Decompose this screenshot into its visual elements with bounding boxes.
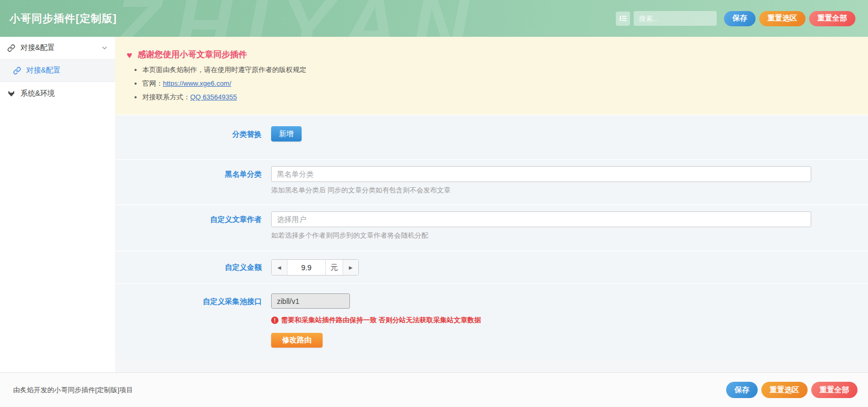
custom-author-input[interactable]	[271, 211, 811, 227]
field-label: 自定义文章作者	[115, 211, 271, 251]
row-blacklist-category: 黑名单分类 添加黑名单分类后 同步的文章分类如有包含则不会发布文章	[115, 159, 868, 205]
amount-stepper: ◀ 元 ▶	[271, 259, 359, 276]
header: ZHIYAN 小哥同步插件[定制版] 保存 重置选区 重置全部	[0, 0, 868, 37]
notice-item: 官网：https://www.xge6.com/	[142, 79, 852, 88]
row-custom-author: 自定义文章作者 如若选择多个作者则同步到的文章作者将会随机分配	[115, 205, 868, 251]
api-warning-text: 需要和采集站插件路由保持一致 否则分站无法获取采集站文章数据	[281, 316, 481, 325]
info-icon: !	[271, 317, 278, 324]
settings-form: 分类替换 新增 黑名单分类 添加黑名单分类后 同步的文章分类如有包含则不会发布文…	[115, 115, 868, 360]
header-watermark: ZHIYAN	[113, 0, 482, 37]
collapse-sidebar-button[interactable]	[616, 12, 630, 26]
amount-increase-button[interactable]: ▶	[343, 260, 358, 275]
api-warning: ! 需要和采集站插件路由保持一致 否则分站无法获取采集站文章数据	[271, 316, 811, 325]
field-label: 自定义采集池接口	[115, 293, 271, 360]
main-area: 对接&配置 对接&配置	[0, 37, 868, 372]
row-collection-api: 自定义采集池接口 ! 需要和采集站插件路由保持一致 否则分站无法获取采集站文章数…	[115, 283, 868, 360]
save-button[interactable]: 保存	[726, 382, 758, 398]
amount-decrease-button[interactable]: ◀	[272, 260, 287, 275]
qq-contact-link[interactable]: QQ 635649355	[190, 93, 237, 101]
field-label: 分类替换	[115, 126, 271, 159]
reset-all-button[interactable]: 重置全部	[809, 11, 855, 26]
notice-title: 感谢您使用小哥文章同步插件	[138, 49, 247, 60]
amount-input[interactable]	[287, 260, 325, 275]
notice-item: 本页面由炙焰制作，请在使用时遵守原作者的版权规定	[142, 65, 852, 74]
field-label: 自定义金额	[115, 259, 271, 283]
save-button[interactable]: 保存	[724, 11, 756, 26]
notice-text: 对接联系方式：	[142, 93, 190, 101]
row-category-replace: 分类替换 新增	[115, 115, 868, 159]
notice-item: 对接联系方式：QQ 635649355	[142, 93, 852, 101]
field-hint: 如若选择多个作者则同步到的文章作者将会随机分配	[271, 231, 811, 239]
search-input[interactable]	[634, 11, 717, 26]
row-custom-amount: 自定义金额 ◀ 元 ▶	[115, 251, 868, 283]
sidebar-subitem-connect-config-active[interactable]: 对接&配置	[0, 59, 115, 82]
content-panel: ♥ 感谢您使用小哥文章同步插件 本页面由炙焰制作，请在使用时遵守原作者的版权规定…	[115, 37, 868, 372]
left-arrow-icon: ◀	[277, 265, 281, 270]
footer-toolbar: 保存 重置选区 重置全部	[719, 382, 857, 398]
chevron-down-icon	[101, 45, 108, 51]
sidebar-item-label: 对接&配置	[20, 43, 55, 53]
reset-all-button[interactable]: 重置全部	[811, 382, 857, 398]
notice-text: 本页面由炙焰制作，请在使用时遵守原作者的版权规定	[142, 66, 306, 74]
field-label: 黑名单分类	[115, 166, 271, 205]
link-icon	[7, 44, 15, 52]
footer: 由炙焰开发的小哥同步插件[定制版]项目 保存 重置选区 重置全部	[0, 372, 868, 407]
collection-api-input	[271, 293, 350, 309]
official-site-link[interactable]: https://www.xge6.com/	[163, 79, 231, 87]
notice-panel: ♥ 感谢您使用小哥文章同步插件 本页面由炙焰制作，请在使用时遵守原作者的版权规定…	[115, 37, 868, 115]
reset-selection-button[interactable]: 重置选区	[761, 382, 808, 398]
blacklist-category-input[interactable]	[271, 166, 811, 182]
notice-list: 本页面由炙焰制作，请在使用时遵守原作者的版权规定 官网：https://www.…	[142, 65, 852, 101]
sidebar-item-connect-config[interactable]: 对接&配置	[0, 37, 115, 59]
notice-text: 官网：	[142, 79, 163, 87]
add-category-replace-button[interactable]: 新增	[271, 126, 302, 141]
notice-title-row: ♥ 感谢您使用小哥文章同步插件	[127, 49, 852, 60]
heart-icon: ♥	[127, 50, 132, 60]
footer-text: 由炙焰开发的小哥同步插件[定制版]项目	[13, 385, 133, 395]
sidebar-item-label: 系统&环境	[20, 89, 55, 98]
sidebar-item-label: 对接&配置	[26, 66, 60, 75]
amount-unit: 元	[325, 260, 343, 275]
header-toolbar: 保存 重置选区 重置全部	[616, 11, 868, 26]
sidebar: 对接&配置 对接&配置	[0, 37, 115, 372]
collapse-sidebar-icon	[619, 14, 627, 23]
sidebar-item-system-env[interactable]: 系统&环境	[0, 82, 115, 105]
right-arrow-icon: ▶	[349, 265, 353, 270]
link-icon	[13, 67, 21, 75]
app-window: ZHIYAN 小哥同步插件[定制版] 保存 重置选区 重置全部	[0, 0, 868, 407]
gitlab-icon	[7, 89, 15, 97]
reset-selection-button[interactable]: 重置选区	[759, 11, 805, 26]
modify-route-button[interactable]: 修改路由	[271, 333, 323, 348]
field-hint: 添加黑名单分类后 同步的文章分类如有包含则不会发布文章	[271, 186, 811, 194]
app-title: 小哥同步插件[定制版]	[9, 12, 117, 26]
